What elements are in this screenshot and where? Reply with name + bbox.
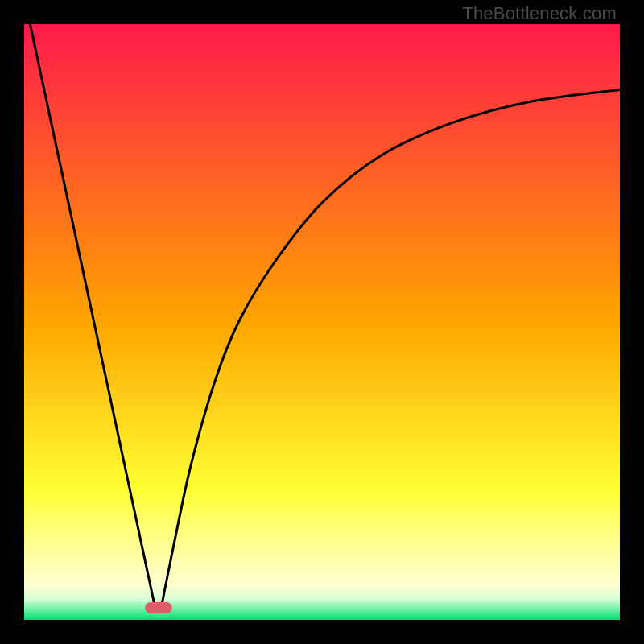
bottleneck-marker xyxy=(145,602,172,613)
chart-svg xyxy=(24,24,620,620)
plot-frame xyxy=(24,24,620,620)
chart-background xyxy=(24,24,620,620)
watermark: TheBottleneck.com xyxy=(462,3,617,24)
